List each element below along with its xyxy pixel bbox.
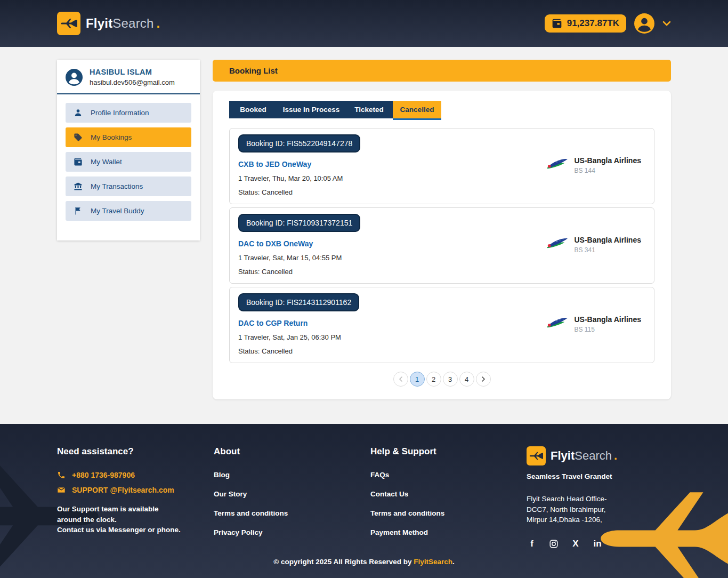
address-line: Flyit Search Head Office- [527, 494, 617, 504]
phone-icon [57, 471, 66, 479]
booking-details: 1 Traveler, Thu, Mar 20, 10:05 AM [238, 174, 360, 182]
booking-status: Status: Cancelled [238, 268, 360, 276]
booking-route[interactable]: CXB to JED OneWay [238, 160, 360, 168]
airline-name: US-Bangla Airlines [574, 315, 641, 324]
booking-status: Status: Cancelled [238, 347, 359, 355]
airline-block: US-Bangla Airlines BS 144 [546, 156, 641, 174]
sidebar-item-my-wallet[interactable]: My Wallet [66, 152, 191, 172]
wallet-balance-button[interactable]: 91,237.87TK [545, 14, 626, 33]
booking-card[interactable]: Booking ID: FIS7109317372151 DAC to DXB … [229, 207, 654, 284]
footer-help-column: Help & Support FAQs Contact Us Terms and… [370, 446, 527, 549]
brand-logo [527, 446, 546, 465]
airline-block: US-Bangla Airlines BS 115 [546, 315, 641, 333]
content-column: Booking List Booked Issue In Process Tic… [213, 60, 671, 399]
footer: Need assistance? +880 1736-987906 SUPPOR… [0, 424, 728, 578]
pagination-page-4[interactable]: 4 [459, 372, 474, 387]
avatar [66, 69, 83, 86]
footer-support-text: Our Support team is available around the… [57, 504, 214, 535]
booking-card[interactable]: Booking ID: FIS5522049147278 CXB to JED … [229, 128, 654, 204]
plane-icon [529, 451, 543, 461]
footer-link-terms[interactable]: Terms and conditions [370, 509, 527, 517]
tab-booked[interactable]: Booked [229, 101, 277, 118]
chevron-down-icon[interactable] [662, 21, 671, 26]
copyright-dot: . [452, 558, 455, 566]
flight-number: BS 341 [574, 246, 641, 254]
footer-link-faqs[interactable]: FAQs [370, 471, 527, 479]
airline-texts: US-Bangla Airlines BS 115 [574, 315, 641, 333]
x-icon[interactable]: X [570, 539, 581, 549]
booking-card[interactable]: Booking ID: FIS2143112901162 DAC to CGP … [229, 287, 654, 363]
profile-texts: HASIBUL ISLAM hasibul.dev506@gmail.com [90, 68, 175, 86]
airline-texts: US-Bangla Airlines BS 341 [574, 236, 641, 254]
footer-email: SUPPORT @Flyitsearch.com [72, 486, 174, 494]
sidebar-item-my-travel-buddy[interactable]: My Travel Buddy [66, 201, 191, 221]
flag-icon [74, 206, 83, 215]
footer-link-our-story[interactable]: Our Story [214, 490, 370, 498]
airline-name: US-Bangla Airlines [574, 156, 641, 165]
footer-email-link[interactable]: SUPPORT @Flyitsearch.com [57, 486, 214, 494]
footer-heading: Need assistance? [57, 446, 214, 457]
brand-bold: Flyit [551, 449, 575, 462]
pagination-next-button[interactable] [476, 372, 491, 387]
brand-logo[interactable] [57, 12, 80, 35]
top-navbar: FlyitSearch. 91,237.87TK [0, 0, 728, 47]
sidebar-item-my-transactions[interactable]: My Transactions [66, 176, 191, 196]
instagram-icon[interactable] [548, 539, 559, 549]
brand-light: Search [112, 16, 153, 30]
user-avatar[interactable] [634, 13, 654, 34]
pagination-page-2[interactable]: 2 [426, 372, 441, 387]
sidebar-item-label: Profile Information [91, 109, 149, 117]
booking-route[interactable]: DAC to DXB OneWay [238, 239, 360, 248]
brand-bold: Flyit [86, 16, 112, 30]
footer-link-contact-us[interactable]: Contact Us [370, 490, 527, 498]
brand-dot: . [614, 449, 617, 462]
booking-id-badge[interactable]: Booking ID: FIS2143112901162 [238, 293, 359, 311]
pagination: 1 2 3 4 [229, 372, 654, 387]
sidebar-item-profile-information[interactable]: Profile Information [66, 103, 191, 123]
address-line: DCC7, North Ibrahimpur, [527, 504, 617, 515]
booking-tabs: Booked Issue In Process Ticketed Cancell… [229, 101, 441, 118]
copyright-text: © copyright 2025 All Rights Reserved by [273, 558, 414, 566]
sidebar-item-label: My Transactions [91, 182, 143, 190]
footer-brand-logo[interactable]: FlyitSearch. [527, 446, 671, 465]
footer-link-terms[interactable]: Terms and conditions [214, 509, 370, 517]
booking-status: Status: Cancelled [238, 188, 360, 196]
footer-brand-column: FlyitSearch. Seamless Travel Grandet Fly… [527, 446, 671, 549]
facebook-icon[interactable]: f [527, 539, 537, 549]
footer-phone-link[interactable]: +880 1736-987906 [57, 471, 214, 479]
booking-id-badge[interactable]: Booking ID: FIS7109317372151 [238, 214, 360, 232]
footer-link-payment-method[interactable]: Payment Method [370, 528, 527, 536]
tab-cancelled[interactable]: Cancelled [393, 101, 441, 118]
page-title: Booking List [213, 60, 671, 82]
footer-address: Flyit Search Head Office- DCC7, North Ib… [527, 494, 617, 525]
header-actions: 91,237.87TK [545, 13, 671, 34]
brand-name[interactable]: FlyitSearch. [86, 16, 160, 31]
footer-assistance-column: Need assistance? +880 1736-987906 SUPPOR… [57, 446, 214, 549]
envelope-icon [57, 486, 66, 494]
support-line: around the clock. [57, 515, 214, 525]
booking-route[interactable]: DAC to CGP Return [238, 319, 359, 327]
linkedin-icon[interactable]: in [592, 539, 603, 549]
wallet-icon [74, 157, 83, 166]
flight-number: BS 144 [574, 167, 641, 174]
pagination-page-3[interactable]: 3 [443, 372, 458, 387]
wallet-icon [552, 18, 562, 29]
sidebar-item-label: My Travel Buddy [91, 207, 144, 215]
tab-issue-in-process[interactable]: Issue In Process [277, 101, 345, 118]
sidebar-item-my-bookings[interactable]: My Bookings [66, 127, 191, 147]
tab-ticketed[interactable]: Ticketed [345, 101, 393, 118]
sidebar-item-label: My Bookings [91, 133, 132, 141]
booking-id-badge[interactable]: Booking ID: FIS5522049147278 [238, 134, 360, 152]
booking-panel: Booked Issue In Process Ticketed Cancell… [213, 91, 671, 399]
pagination-page-1[interactable]: 1 [410, 372, 425, 387]
footer-link-blog[interactable]: Blog [214, 471, 370, 479]
chevron-right-icon [481, 376, 486, 382]
footer-link-privacy-policy[interactable]: Privacy Policy [214, 528, 370, 536]
main-area: HASIBUL ISLAM hasibul.dev506@gmail.com P… [0, 47, 728, 424]
booking-details: 1 Traveler, Sat, Mar 15, 04:55 PM [238, 254, 360, 262]
pagination-prev-button[interactable] [393, 372, 408, 387]
plane-icon [60, 17, 77, 30]
booking-info: Booking ID: FIS7109317372151 DAC to DXB … [238, 214, 360, 276]
support-line: Contact us via Messenger or phone. [57, 525, 214, 535]
copyright-brand: FlyitSearch [414, 558, 452, 566]
